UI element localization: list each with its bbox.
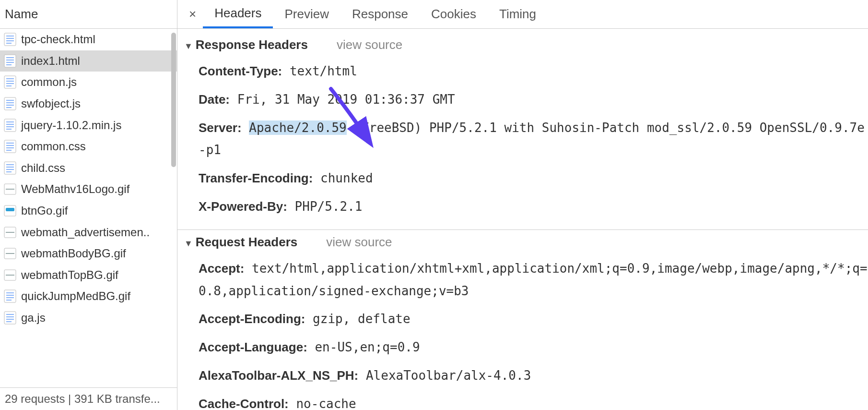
svg-rect-44 [6,275,14,276]
file-icon [4,182,16,196]
svg-rect-30 [4,162,16,174]
svg-rect-45 [4,290,16,302]
file-icon [4,225,16,240]
name-column-header[interactable]: Name [0,0,177,29]
file-name: btnGo.gif [21,204,68,217]
header-value: text/html,application/xhtml+xml,applicat… [199,261,868,298]
svg-rect-20 [4,119,16,132]
svg-rect-15 [4,97,16,110]
view-source-link[interactable]: view source [326,235,392,250]
file-icon [4,96,16,111]
header-value: no-cache [289,397,356,410]
details-tabs: × HeadersPreviewResponseCookiesTiming [177,0,868,29]
section-title: Response Headers [196,37,308,52]
tab-headers[interactable]: Headers [203,0,273,28]
svg-rect-10 [4,76,16,88]
header-entry: Transfer-Encoding: chunked [199,164,868,193]
header-key: Cache-Control: [199,397,289,410]
scrollbar-thumb[interactable] [171,33,176,167]
tab-preview[interactable]: Preview [273,0,340,28]
file-icon [4,311,16,325]
svg-rect-25 [4,140,16,153]
file-name: jquery-1.10.2.min.js [21,119,121,132]
file-name: webmathBodyBG.gif [21,247,126,260]
tab-cookies[interactable]: Cookies [420,0,488,28]
header-key: Server: [199,121,242,135]
file-row[interactable]: child.css [0,157,177,179]
header-key: Content-Type: [199,64,282,78]
header-value: chunked [313,171,373,185]
file-row[interactable]: quickJumpMedBG.gif [0,286,177,307]
header-entry: Content-Type: text/html [199,57,868,85]
file-icon [4,118,16,133]
request-headers-body: Accept: text/html,application/xhtml+xml,… [177,254,868,410]
header-key: X-Powered-By: [199,199,287,214]
file-name: quickJumpMedBG.gif [21,289,130,303]
header-entry: Server: Apache/2.0.59 (FreeBSD) PHP/5.2.… [199,114,868,165]
header-key: AlexaToolbar-ALX_NS_PH: [199,368,358,383]
tab-timing[interactable]: Timing [488,0,548,28]
svg-rect-50 [4,312,16,324]
header-value: text/html [282,64,357,78]
file-row[interactable]: common.js [0,72,177,93]
file-row[interactable]: webmathTopBG.gif [0,265,177,286]
svg-rect-38 [6,208,14,211]
response-headers-section[interactable]: ▼ Response Headers view source [177,33,868,57]
tab-response[interactable]: Response [340,0,420,28]
details-panel: × HeadersPreviewResponseCookiesTiming ▼ … [177,0,868,410]
file-name: webmathTopBG.gif [21,268,118,282]
file-row[interactable]: ga.js [0,307,177,329]
file-name: common.css [21,140,86,153]
file-name: WebMathv16Logo.gif [21,182,129,196]
svg-rect-0 [4,33,16,46]
file-name: index1.html [21,54,80,68]
file-icon [4,268,16,282]
requests-summary: 29 requests | 391 KB transfe... [0,388,177,410]
file-name: tpc-check.html [21,33,95,46]
request-headers-section[interactable]: ▼ Request Headers view source [177,230,868,254]
section-title: Request Headers [196,235,297,250]
file-icon [4,289,16,303]
file-icon [4,32,16,47]
header-entry: Accept-Language: en-US,en;q=0.9 [199,333,868,362]
file-row[interactable]: index1.html [0,50,177,72]
network-requests-panel: Name tpc-check.htmlindex1.htmlcommon.jss… [0,0,177,410]
header-entry: Cache-Control: no-cache [199,390,868,410]
file-name: child.css [21,161,65,175]
file-icon [4,246,16,261]
header-entry: X-Powered-By: PHP/5.2.1 [199,193,868,221]
file-row[interactable]: common.css [0,136,177,157]
svg-rect-5 [4,55,16,67]
header-key: Accept: [199,261,244,276]
header-value-highlighted: Apache/2.0.59 [249,121,347,135]
disclosure-triangle-icon: ▼ [184,41,193,51]
close-icon[interactable]: × [182,7,203,22]
file-icon [4,161,16,175]
header-key: Date: [199,92,230,107]
file-icon [4,204,16,218]
file-row[interactable]: WebMathv16Logo.gif [0,179,177,200]
view-source-link[interactable]: view source [337,37,402,52]
header-entry: Accept-Encoding: gzip, deflate [199,305,868,333]
header-value [242,121,249,135]
file-row[interactable]: swfobject.js [0,93,177,115]
file-row[interactable]: webmath_advertisemen.. [0,221,177,243]
headers-content: ▼ Response Headers view source Content-T… [177,29,868,410]
header-value: AlexaToolbar/alx-4.0.3 [358,368,531,383]
header-value: PHP/5.2.1 [287,199,363,214]
disclosure-triangle-icon: ▼ [184,239,193,249]
file-row[interactable]: webmathBodyBG.gif [0,243,177,265]
header-key: Accept-Encoding: [199,312,305,326]
file-row[interactable]: btnGo.gif [0,200,177,222]
header-value: gzip, deflate [305,312,410,326]
file-name: swfobject.js [21,97,81,110]
header-key: Transfer-Encoding: [199,171,313,185]
header-value: Fri, 31 May 2019 01:36:37 GMT [230,92,455,107]
file-icon [4,75,16,89]
file-row[interactable]: tpc-check.html [0,29,177,50]
svg-rect-36 [6,189,14,190]
header-entry: Accept: text/html,application/xhtml+xml,… [199,254,868,305]
file-row[interactable]: jquery-1.10.2.min.js [0,114,177,136]
svg-rect-42 [6,253,14,254]
header-entry: Date: Fri, 31 May 2019 01:36:37 GMT [199,85,868,114]
